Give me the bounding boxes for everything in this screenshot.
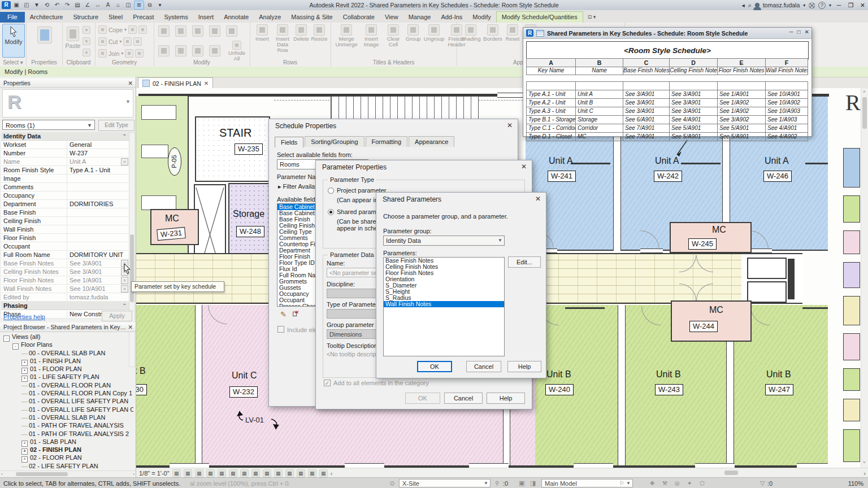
help-dropdown-icon[interactable]: ▾ [829, 3, 831, 8]
user-dropdown-icon[interactable]: ▾ [803, 3, 805, 8]
undo-icon[interactable]: ↶ [53, 1, 62, 9]
property-row[interactable]: NameUnit A= [1, 158, 129, 166]
cope-button[interactable]: Cope [108, 27, 123, 33]
schedule-cell[interactable]: See 10/A903 [766, 107, 808, 116]
temporary-view-icon[interactable]: ▦ [285, 469, 294, 477]
property-value[interactable]: tomasz.fudala [67, 293, 129, 301]
room-name-label[interactable]: MC [712, 225, 726, 235]
parameters-list[interactable]: Base Finish NotesCelling Finish NotesFlo… [383, 257, 505, 356]
tree-item-label[interactable]: 01 - OVERALL LIFE SAFETY PLAN [29, 398, 128, 404]
analytical-model-icon[interactable]: ▦ [297, 469, 305, 477]
property-row[interactable]: Base Finish [1, 208, 129, 217]
close-icon[interactable]: ✕ [535, 195, 541, 203]
search-icon[interactable]: ⌕ [748, 2, 752, 9]
tree-item[interactable]: +01 - FINISH PLAN [1, 357, 133, 365]
column-header[interactable]: Celling Finish Notes [670, 67, 718, 75]
attach-icon[interactable] [128, 25, 137, 34]
column-header[interactable]: Name [576, 67, 623, 75]
cope-icon[interactable] [98, 25, 107, 34]
property-value[interactable]: DORMITORIES [67, 200, 129, 208]
project-browser-hscroll[interactable]: ‹ › [0, 470, 136, 477]
project-browser-header[interactable]: Project Browser - Shared Parameters in K… [0, 323, 136, 332]
parameter-list-item[interactable]: Floor Finish Notes [384, 270, 504, 276]
schedule-cell[interactable]: See 7/A901 [623, 124, 670, 133]
tree-item[interactable]: +02 - FINISH PLAN [1, 446, 133, 454]
schedule-cell[interactable]: See 3/A902 [718, 116, 766, 124]
column-header[interactable]: Base Finish Notes [623, 67, 670, 75]
tree-item[interactable]: —01 - OVERALL FLOOR PLAN [1, 381, 133, 389]
schedule-cell[interactable]: Unit B [576, 99, 623, 107]
schedule-cell[interactable]: Type D.1 - Closet [527, 133, 576, 141]
parameter-list-item[interactable]: Base Finish Notes [384, 258, 504, 264]
titles-insert-image[interactable]: Insert Image [360, 24, 383, 47]
tree-item[interactable]: —01 - OVERALL LIFE SAFETY PLAN Copy [1, 406, 133, 413]
hscroll-thumb[interactable] [724, 470, 738, 475]
panel-label-clipboard[interactable]: Clipboard [62, 59, 95, 66]
help-icon[interactable]: ? [818, 2, 826, 9]
property-value[interactable]: Type A.1 - Unit [67, 166, 129, 174]
parameter-list-item[interactable]: Wall Finish Notes [384, 301, 504, 307]
property-value[interactable] [67, 183, 129, 191]
schedule-cell[interactable]: MC [576, 133, 623, 141]
tab-manage[interactable]: Manage [403, 12, 436, 23]
cut-icon[interactable] [98, 37, 107, 46]
editable-only-icon[interactable]: ⚲ [495, 480, 499, 486]
paste-button[interactable]: Paste [63, 24, 83, 58]
property-row[interactable]: WorksetGeneral [1, 141, 129, 149]
redo-icon[interactable]: ↷ [63, 1, 72, 9]
room-number-tag[interactable]: W-230 [136, 384, 147, 395]
panel-label-geometry[interactable]: Geometry [95, 59, 154, 66]
schedule-cell[interactable]: See 4/A901 [670, 116, 718, 124]
tree-expand-icon[interactable]: - [12, 343, 19, 350]
property-row[interactable]: Room Finish StyleType A.1 - Unit [1, 166, 129, 175]
property-row[interactable]: Base Finish NotesSee 3/A901= [1, 259, 129, 268]
titles-ungroup[interactable]: Ungroup [423, 24, 445, 42]
schedule-cell[interactable]: Unit A [576, 90, 623, 99]
schedule-cell[interactable]: See 10/A902 [766, 99, 808, 107]
property-row[interactable]: Ceiling Finish [1, 217, 129, 225]
column-header[interactable]: Floor Finish Notes [718, 67, 766, 75]
door-tag-p05[interactable]: P-05 [168, 147, 181, 176]
tree-item[interactable]: —01 - PATH OF TRAVEL ANALYSIS [1, 421, 133, 429]
reveal-hidden-icon[interactable]: ▦ [274, 469, 283, 477]
room-name-label[interactable]: Unit B [546, 369, 571, 380]
tab-file[interactable]: File [0, 12, 25, 23]
tree-item[interactable]: +01 - FLOOR PLAN [1, 365, 133, 373]
vertical-scrollbar[interactable]: ˄ ˅ [861, 88, 868, 468]
panel-label-titles-headers[interactable]: Titles & Headers [331, 59, 457, 66]
copy-monitor-icon[interactable]: ⧉ [145, 1, 154, 9]
paint-icon[interactable] [133, 37, 142, 46]
room-name-label[interactable]: Unit A [765, 156, 789, 166]
schedule-cell[interactable]: See 4/A902 [766, 133, 808, 141]
tree-item-label[interactable]: 00 - OVERALL SLAB PLAN [29, 350, 105, 356]
schedule-cell[interactable]: See 3/A901 [623, 107, 670, 116]
property-value[interactable] [67, 234, 129, 242]
section-icon[interactable]: ◫ [124, 1, 133, 9]
properties-help-link[interactable]: Properties help [3, 313, 45, 320]
properties-group-header[interactable]: Identity Data⌃ [1, 132, 129, 141]
schedule-cell[interactable]: See 5/A901 [670, 133, 718, 141]
rows-resize[interactable]: Resize [311, 24, 328, 42]
minimize-button[interactable]: ─ [835, 2, 843, 8]
schedule-cell[interactable]: Type A.3 - Unit [527, 107, 576, 116]
schedule-cell[interactable]: Type A.2 - Unit [527, 99, 576, 107]
shadows-icon[interactable]: ▦ [206, 469, 215, 477]
room-name-label[interactable]: Unit B [136, 366, 146, 376]
cancel-button[interactable]: Cancel [466, 361, 501, 372]
schedule-cell[interactable]: Type C.1 - Corridor [527, 124, 576, 133]
scale-label[interactable]: 1/8" = 1'-0" [139, 470, 170, 477]
delete-icon[interactable] [83, 49, 90, 56]
properties-close-icon[interactable]: ✕ [128, 79, 133, 88]
schedule-close-icon[interactable]: ✕ [805, 29, 809, 35]
text-icon[interactable]: A [103, 1, 112, 9]
crop-view-icon[interactable]: ▦ [229, 469, 237, 477]
parameter-list-item[interactable]: S_Height [384, 289, 504, 295]
hscroll-right-arrow[interactable]: › [863, 470, 868, 477]
tree-item-label[interactable]: 01 - FLOOR PLAN [30, 365, 82, 372]
tree-expand-icon[interactable]: - [3, 336, 10, 342]
move-icon[interactable] [158, 45, 170, 56]
tree-item[interactable]: —01 - OVERALL SLAB PLAN [1, 413, 133, 421]
design-option-icon[interactable]: ◨ [530, 480, 536, 487]
property-value[interactable] [67, 191, 129, 199]
project-browser-close-icon[interactable]: ✕ [128, 323, 133, 332]
